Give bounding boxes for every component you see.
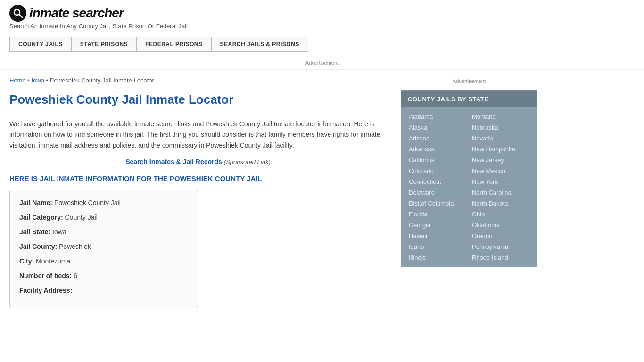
state-link[interactable]: New Mexico: [469, 165, 532, 176]
state-link[interactable]: Nebraska: [469, 122, 532, 133]
state-link[interactable]: California: [406, 155, 469, 165]
content-wrap: Home • Iowa • Poweshiek County Jail Inma…: [0, 70, 566, 315]
jail-county-value: Poweshiek: [59, 243, 91, 250]
state-link[interactable]: Montana: [469, 111, 532, 122]
jail-category-label: Jail Category:: [19, 214, 63, 221]
state-link[interactable]: Colorado: [406, 165, 469, 176]
svg-line-1: [19, 15, 23, 18]
nav-county-jails[interactable]: COUNTY JAILS: [9, 37, 72, 52]
header: inmate searcher Search An Inmate In Any …: [0, 0, 644, 33]
states-grid: AlabamaAlaskaArizonaArkansasCaliforniaCo…: [401, 107, 537, 267]
city-row: City: Montezuma: [19, 256, 188, 266]
state-link[interactable]: Nevada: [469, 133, 532, 144]
state-link[interactable]: New Jersey: [469, 155, 532, 165]
breadcrumb-home[interactable]: Home: [9, 77, 26, 84]
state-link[interactable]: Pennsylvania: [469, 241, 532, 252]
city-value: Montezuma: [36, 257, 70, 265]
info-box: Jail Name: Poweshiek County Jail Jail Ca…: [9, 190, 198, 308]
logo-area: inmate searcher: [9, 5, 635, 22]
beds-value: 6: [74, 272, 77, 280]
jail-state-value: Iowa: [52, 228, 66, 236]
sponsored-label: (Sponsored Link): [224, 158, 271, 165]
jail-name-row: Jail Name: Poweshiek County Jail: [19, 198, 188, 208]
state-link[interactable]: Florida: [406, 209, 469, 220]
ad-bar: Advertisement: [0, 56, 644, 70]
breadcrumb: Home • Iowa • Poweshiek County Jail Inma…: [9, 77, 387, 84]
jail-name-value: Poweshiek County Jail: [54, 199, 121, 206]
breadcrumb-sep2: •: [46, 77, 50, 84]
ad-label: Advertisement: [305, 60, 339, 66]
state-link[interactable]: Georgia: [406, 220, 469, 230]
logo-text: inmate searcher: [29, 6, 124, 21]
states-col2: MontanaNebraskaNevadaNew HampshireNew Je…: [469, 111, 532, 263]
state-link[interactable]: Idaho: [406, 241, 469, 252]
state-link[interactable]: Connecticut: [406, 176, 469, 187]
search-link-wrap: Search Inmates & Jail Records (Sponsored…: [9, 158, 387, 165]
county-jails-title: COUNTY JAILS BY STATE: [401, 91, 537, 107]
logo-icon: [9, 5, 26, 22]
description: We have gathered for you all the availab…: [9, 119, 387, 150]
nav-federal-prisons[interactable]: FEDERAL PRISONS: [137, 37, 211, 52]
state-link[interactable]: Hawaii: [406, 230, 469, 241]
states-col1: AlabamaAlaskaArizonaArkansasCaliforniaCo…: [406, 111, 469, 263]
jail-category-value: County Jail: [65, 214, 97, 221]
address-label: Facility Address:: [19, 287, 72, 294]
jail-county-label: Jail County:: [19, 243, 57, 250]
jail-state-label: Jail State:: [19, 228, 50, 236]
state-link[interactable]: North Dakota: [469, 198, 532, 209]
nav-bar: COUNTY JAILS STATE PRISONS FEDERAL PRISO…: [0, 33, 644, 56]
state-link[interactable]: Alabama: [406, 111, 469, 122]
state-link[interactable]: Arkansas: [406, 144, 469, 155]
state-link[interactable]: New Hampshire: [469, 144, 532, 155]
section-heading: HERE IS JAIL INMATE INFORMATION FOR THE …: [9, 174, 387, 183]
jail-county-row: Jail County: Poweshiek: [19, 242, 188, 252]
state-link[interactable]: Illinois: [406, 252, 469, 263]
state-link[interactable]: Ohio: [469, 209, 532, 220]
nav-search-jails[interactable]: SEARCH JAILS & PRISONS: [212, 37, 308, 52]
address-row: Facility Address:: [19, 286, 188, 296]
jail-name-label: Jail Name:: [19, 199, 52, 206]
tagline: Search An Inmate In Any County Jail, Sta…: [9, 23, 635, 30]
state-link[interactable]: Oregon: [469, 230, 532, 241]
breadcrumb-current: Poweshiek County Jail Inmate Locator: [50, 77, 154, 84]
jail-category-row: Jail Category: County Jail: [19, 213, 188, 222]
jail-state-row: Jail State: Iowa: [19, 227, 188, 237]
city-label: City:: [19, 257, 34, 265]
sidebar-ad-label: Advertisement: [453, 78, 486, 84]
search-inmates-link[interactable]: Search Inmates & Jail Records: [125, 158, 222, 165]
main-content: Home • Iowa • Poweshiek County Jail Inma…: [9, 70, 396, 315]
state-link[interactable]: Alaska: [406, 122, 469, 133]
state-link[interactable]: Arizona: [406, 133, 469, 144]
state-link[interactable]: Oklahoma: [469, 220, 532, 230]
sidebar: Advertisement COUNTY JAILS BY STATE Alab…: [396, 70, 537, 315]
state-link[interactable]: Dist.of Columbia: [406, 198, 469, 209]
county-jails-box: COUNTY JAILS BY STATE AlabamaAlaskaArizo…: [401, 90, 537, 267]
state-link[interactable]: Delaware: [406, 187, 469, 198]
breadcrumb-state[interactable]: Iowa: [31, 77, 44, 84]
page-title: Poweshiek County Jail Inmate Locator: [9, 92, 387, 112]
beds-label: Number of beds:: [19, 272, 72, 280]
state-link[interactable]: Rhode Island: [469, 252, 532, 263]
sidebar-ad: Advertisement: [401, 74, 537, 90]
state-link[interactable]: North Carolina: [469, 187, 532, 198]
state-link[interactable]: New York: [469, 176, 532, 187]
nav-state-prisons[interactable]: STATE PRISONS: [72, 37, 137, 52]
beds-row: Number of beds: 6: [19, 271, 188, 281]
